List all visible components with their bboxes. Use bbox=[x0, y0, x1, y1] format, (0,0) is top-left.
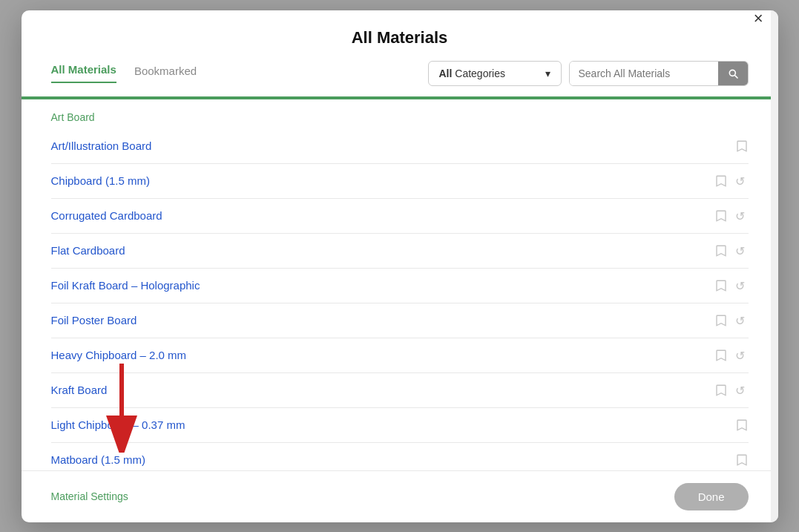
material-name: Foil Poster Board bbox=[51, 314, 137, 326]
category-label: Art Board bbox=[51, 99, 749, 129]
modal-overlay: All Materials × All Materials Bookmarked… bbox=[0, 0, 799, 532]
search-input[interactable] bbox=[570, 62, 718, 85]
refresh-icon[interactable]: ↺ bbox=[735, 384, 749, 397]
tabs-filters-bar: All Materials Bookmarked All Categories … bbox=[22, 47, 778, 86]
material-settings-link[interactable]: Material Settings bbox=[51, 490, 128, 502]
material-name: Art/Illustration Board bbox=[51, 139, 152, 152]
material-actions: ↺ bbox=[714, 314, 749, 327]
material-actions: ↺ bbox=[714, 384, 749, 397]
table-row[interactable]: Heavy Chipboard – 2.0 mm ↺ bbox=[51, 338, 749, 373]
bookmark-icon[interactable] bbox=[714, 244, 728, 257]
table-row[interactable]: Matboard (1.5 mm) bbox=[51, 443, 749, 470]
content-area: Art Board Art/Illustration Board Chipboa… bbox=[22, 99, 778, 470]
material-name: Matboard (1.5 mm) bbox=[51, 453, 146, 466]
material-name: Foil Kraft Board – Holographic bbox=[51, 279, 200, 292]
search-icon bbox=[727, 68, 739, 79]
material-name: Heavy Chipboard – 2.0 mm bbox=[51, 349, 187, 361]
material-name: Corrugated Cardboard bbox=[51, 209, 162, 222]
table-row[interactable]: Foil Poster Board ↺ bbox=[51, 303, 749, 338]
modal-container: All Materials × All Materials Bookmarked… bbox=[22, 10, 778, 522]
bookmark-icon[interactable] bbox=[735, 139, 749, 153]
material-actions: ↺ bbox=[714, 279, 749, 292]
material-actions bbox=[735, 418, 749, 432]
modal-header: All Materials × bbox=[22, 10, 778, 47]
material-actions: ↺ bbox=[714, 174, 749, 188]
search-button[interactable] bbox=[718, 62, 748, 85]
refresh-icon[interactable]: ↺ bbox=[735, 209, 749, 223]
refresh-icon[interactable]: ↺ bbox=[735, 349, 749, 362]
table-row[interactable]: Flat Cardboard ↺ bbox=[51, 234, 749, 269]
category-section-art-board: Art Board Art/Illustration Board Chipboa… bbox=[22, 99, 778, 470]
material-actions bbox=[735, 139, 749, 153]
filters-area: All Categories ▾ bbox=[428, 61, 749, 86]
tab-bookmarked[interactable]: Bookmarked bbox=[134, 65, 197, 83]
material-name: Chipboard (1.5 mm) bbox=[51, 174, 150, 187]
table-row[interactable]: Art/Illustration Board bbox=[51, 129, 749, 164]
refresh-icon[interactable]: ↺ bbox=[735, 314, 749, 327]
refresh-icon[interactable]: ↺ bbox=[735, 174, 749, 188]
bookmark-icon[interactable] bbox=[714, 279, 728, 292]
material-actions bbox=[735, 453, 749, 467]
close-button[interactable]: × bbox=[754, 10, 763, 27]
material-name: Flat Cardboard bbox=[51, 244, 125, 257]
bookmark-icon[interactable] bbox=[714, 314, 728, 327]
tab-bar: All Materials Bookmarked bbox=[51, 63, 197, 83]
bookmark-icon[interactable] bbox=[735, 418, 749, 432]
material-actions: ↺ bbox=[714, 209, 749, 223]
bookmark-icon[interactable] bbox=[735, 453, 749, 467]
table-row[interactable]: Corrugated Cardboard ↺ bbox=[51, 199, 749, 234]
category-all-text: All Categories bbox=[439, 68, 505, 79]
refresh-icon[interactable]: ↺ bbox=[735, 244, 749, 257]
table-row[interactable]: Light Chipboard – 0.37 mm bbox=[51, 408, 749, 443]
bookmark-icon[interactable] bbox=[714, 384, 728, 397]
done-button[interactable]: Done bbox=[674, 483, 749, 510]
bookmark-icon[interactable] bbox=[714, 174, 728, 188]
material-name: Light Chipboard – 0.37 mm bbox=[51, 418, 185, 431]
table-row[interactable]: Chipboard (1.5 mm) ↺ bbox=[51, 164, 749, 199]
table-row[interactable]: Kraft Board ↺ bbox=[51, 373, 749, 408]
search-container bbox=[569, 61, 749, 86]
refresh-icon[interactable]: ↺ bbox=[735, 279, 749, 292]
category-dropdown[interactable]: All Categories ▾ bbox=[428, 61, 562, 86]
bookmark-icon[interactable] bbox=[714, 349, 728, 362]
material-actions: ↺ bbox=[714, 349, 749, 362]
material-name: Kraft Board bbox=[51, 384, 108, 396]
modal-footer: Material Settings Done bbox=[22, 470, 778, 522]
material-actions: ↺ bbox=[714, 244, 749, 257]
bookmark-icon[interactable] bbox=[714, 209, 728, 223]
tab-all-materials[interactable]: All Materials bbox=[51, 63, 116, 83]
table-row[interactable]: Foil Kraft Board – Holographic ↺ bbox=[51, 269, 749, 303]
modal-title: All Materials bbox=[352, 28, 448, 47]
chevron-down-icon: ▾ bbox=[545, 68, 550, 79]
